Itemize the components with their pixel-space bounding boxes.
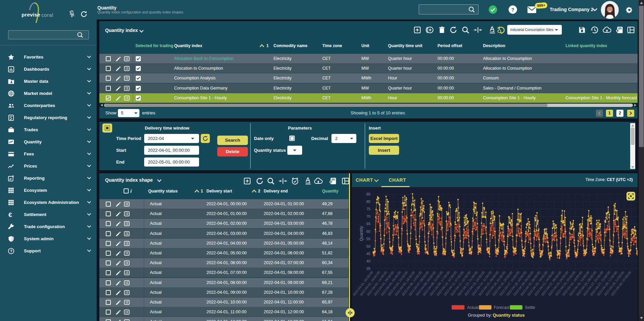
svg-text:Quantity: Quantity [359, 226, 364, 241]
svg-text:60: 60 [366, 229, 371, 234]
svg-text:40: 40 [366, 259, 371, 263]
svg-text:85: 85 [366, 192, 371, 196]
svg-text:35: 35 [366, 266, 371, 271]
svg-text:70: 70 [366, 214, 371, 218]
svg-text:€: € [8, 211, 12, 218]
svg-text:80: 80 [366, 200, 371, 204]
svg-text:65: 65 [366, 222, 371, 226]
svg-text:75: 75 [366, 207, 371, 211]
svg-text:45: 45 [366, 252, 371, 256]
svg-text:?: ? [10, 249, 12, 253]
svg-text:?: ? [511, 7, 514, 12]
svg-text:55: 55 [366, 237, 371, 241]
svg-text:50: 50 [366, 244, 371, 248]
